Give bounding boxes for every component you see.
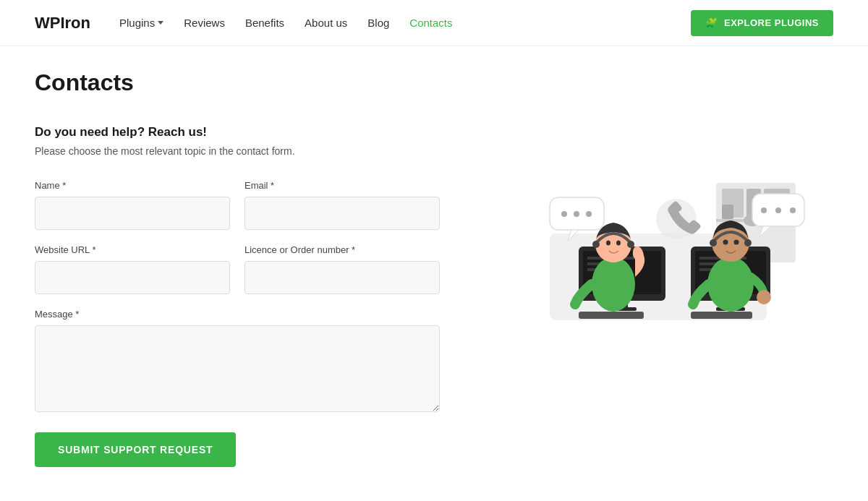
svg-point-26 [592, 241, 600, 248]
svg-point-42 [761, 207, 767, 213]
site-logo[interactable]: WPIron [35, 14, 90, 33]
message-label: Message * [35, 309, 440, 320]
nav-blog[interactable]: Blog [367, 17, 389, 29]
contact-form-section: Do you need help? Reach us! Please choos… [35, 125, 440, 467]
licence-input[interactable] [244, 261, 440, 294]
form-row-website-licence: Website URL * Licence or Order number * [35, 244, 440, 294]
svg-point-40 [757, 290, 771, 304]
form-row-name-email: Name * Email * [35, 180, 440, 230]
svg-rect-23 [691, 312, 752, 319]
svg-point-27 [627, 241, 634, 248]
form-heading: Do you need help? Reach us! [35, 125, 440, 140]
explore-plugins-button[interactable]: 🧩 EXPLORE PLUGINS [691, 10, 833, 36]
svg-point-36 [710, 239, 717, 247]
nav-about[interactable]: About us [305, 17, 347, 29]
form-group-licence: Licence or Order number * [244, 244, 440, 294]
svg-point-43 [775, 207, 781, 213]
website-label: Website URL * [35, 244, 230, 255]
page-title: Contacts [35, 69, 833, 96]
svg-point-24 [592, 257, 635, 312]
form-group-website: Website URL * [35, 244, 230, 294]
name-label: Name * [35, 180, 230, 191]
puzzle-icon: 🧩 [705, 17, 718, 29]
svg-point-32 [574, 211, 579, 217]
svg-point-31 [561, 211, 567, 217]
main-nav: Plugins Reviews Benefits About us Blog C… [119, 17, 691, 29]
nav-contacts[interactable]: Contacts [409, 17, 452, 29]
svg-point-37 [744, 239, 752, 247]
nav-benefits[interactable]: Benefits [245, 17, 284, 29]
name-input[interactable] [35, 197, 230, 230]
svg-point-28 [606, 241, 610, 246]
svg-rect-6 [722, 205, 733, 219]
contact-form: Name * Email * Website URL * Li [35, 180, 440, 467]
illustration-section [483, 125, 833, 342]
form-subtitle: Please choose the most relevant topic in… [35, 145, 440, 157]
website-input[interactable] [35, 261, 230, 294]
svg-rect-22 [579, 312, 644, 319]
licence-label: Licence or Order number * [244, 244, 440, 255]
support-illustration [506, 140, 810, 342]
email-label: Email * [244, 180, 440, 191]
form-group-message: Message * [35, 309, 440, 412]
email-input[interactable] [244, 197, 440, 230]
svg-point-34 [707, 257, 754, 312]
svg-point-29 [616, 241, 621, 246]
svg-point-44 [790, 207, 796, 213]
message-textarea[interactable] [35, 325, 440, 412]
form-group-name: Name * [35, 180, 230, 230]
nav-reviews[interactable]: Reviews [184, 17, 225, 29]
nav-plugins[interactable]: Plugins [119, 17, 163, 29]
svg-point-39 [734, 240, 739, 245]
chevron-down-icon [158, 21, 163, 25]
svg-point-38 [723, 240, 728, 245]
form-group-email: Email * [244, 180, 440, 230]
svg-point-33 [586, 211, 592, 217]
submit-button[interactable]: SUBMIT SUPPORT REQUEST [35, 432, 236, 467]
